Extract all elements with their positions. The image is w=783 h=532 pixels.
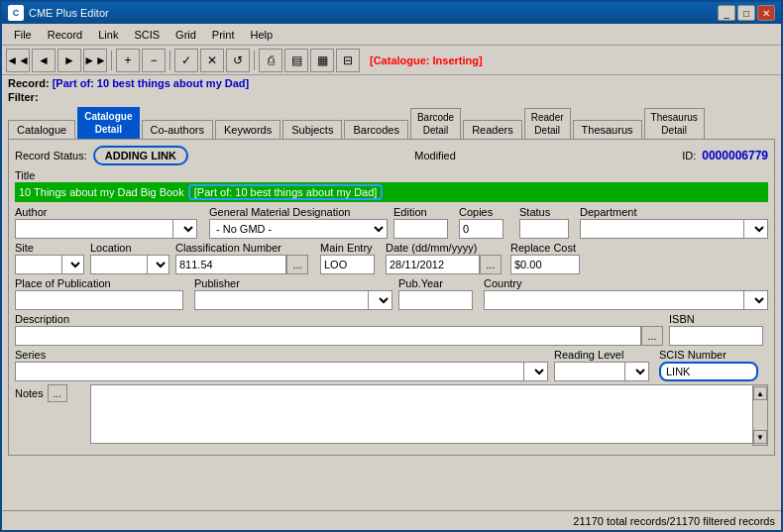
reading-level-select[interactable]	[625, 362, 649, 381]
title-bar: C CME Plus Editor _ □ ✕	[2, 2, 781, 24]
menu-scis[interactable]: SCIS	[126, 27, 168, 43]
menu-help[interactable]: Help	[242, 27, 280, 43]
tab-thesaurus-detail[interactable]: ThesaurusDetail	[644, 108, 705, 139]
date-browse-button[interactable]: ...	[480, 255, 502, 274]
app-icon: C	[8, 5, 24, 21]
menu-file[interactable]: File	[6, 27, 40, 43]
reading-level-label: Reading Level	[554, 349, 653, 361]
scrollbar-down-button[interactable]: ▼	[753, 430, 767, 444]
tab-co-authors[interactable]: Co-authors	[142, 120, 213, 139]
pub-year-input[interactable]	[398, 290, 473, 310]
nav-first-button[interactable]: ◄◄	[6, 49, 30, 72]
notes-browse-button[interactable]: ...	[48, 384, 67, 402]
description-browse-button[interactable]: ...	[641, 326, 663, 346]
tab-keywords[interactable]: Keywords	[215, 120, 280, 139]
pub-year-label: Pub.Year	[398, 277, 478, 289]
date-input[interactable]	[386, 255, 480, 274]
nav-last-button[interactable]: ►►	[83, 49, 107, 72]
toolbar: ◄◄ ◄ ► ►► + − ✓ ✕ ↺ ⎙ ▤ ▦ ⊟ [Catalogue: …	[2, 46, 781, 75]
main-content: Catalogue CatalogueDetail Co-authors Key…	[2, 105, 781, 530]
menu-bar: File Record Link SCIS Grid Print Help	[2, 24, 781, 46]
tab-catalogue-detail[interactable]: CatalogueDetail	[77, 107, 139, 139]
publisher-row: Place of Publication Publisher Pub.Year …	[15, 277, 768, 310]
country-select[interactable]	[744, 290, 768, 310]
menu-link[interactable]: Link	[90, 27, 126, 43]
country-label: Country	[484, 277, 768, 289]
cancel-button[interactable]: ✕	[200, 49, 224, 72]
notes-textarea[interactable]	[90, 384, 768, 444]
series-input[interactable]	[15, 362, 524, 381]
edition-input[interactable]	[393, 219, 448, 239]
menu-print[interactable]: Print	[204, 27, 243, 43]
total-records: 21170 total records	[573, 515, 666, 527]
tab-thesaurus[interactable]: Thesaurus	[573, 120, 642, 139]
series-select[interactable]	[524, 362, 548, 381]
menu-grid[interactable]: Grid	[168, 27, 204, 43]
close-button[interactable]: ✕	[757, 5, 775, 21]
status-input[interactable]	[519, 219, 569, 239]
classification-number-input[interactable]	[175, 255, 286, 274]
zoom-button[interactable]: ⊟	[336, 49, 360, 72]
gmd-label: General Material Designation	[209, 206, 388, 218]
replace-cost-input[interactable]	[510, 255, 580, 274]
main-entry-input[interactable]	[320, 255, 375, 274]
nav-prev-button[interactable]: ◄	[32, 49, 56, 72]
classification-browse-button[interactable]: ...	[286, 255, 308, 274]
location-label: Location	[90, 242, 169, 254]
grid-button[interactable]: ▦	[310, 49, 334, 72]
tab-readers[interactable]: Readers	[463, 120, 522, 139]
isbn-label: ISBN	[669, 313, 768, 325]
author-input[interactable]	[15, 219, 173, 239]
scrollbar-up-button[interactable]: ▲	[753, 386, 767, 400]
description-row: Description ... ISBN	[15, 313, 768, 346]
description-input[interactable]	[15, 326, 641, 346]
tab-barcodes[interactable]: Barcodes	[344, 120, 407, 139]
toolbar-separator-2	[169, 51, 170, 70]
filter-bar: Filter:	[2, 91, 781, 105]
author-select[interactable]	[173, 219, 197, 239]
publisher-label: Publisher	[194, 277, 392, 289]
record-status-row: Record Status: ADDING LINK Modified ID: …	[15, 146, 768, 165]
place-of-publication-input[interactable]	[15, 290, 183, 310]
location-select[interactable]	[148, 255, 169, 274]
publisher-select[interactable]	[369, 290, 392, 310]
country-input[interactable]	[484, 290, 744, 310]
edition-label: Edition	[393, 206, 453, 218]
reading-level-input[interactable]	[554, 362, 625, 381]
site-input[interactable]	[15, 255, 62, 274]
window-title: CME Plus Editor	[29, 7, 109, 19]
list-button[interactable]: ▤	[284, 49, 308, 72]
gmd-select[interactable]: - No GMD -	[209, 219, 388, 239]
minimize-button[interactable]: _	[718, 5, 735, 21]
tab-catalogue[interactable]: Catalogue	[8, 120, 75, 139]
department-input[interactable]	[580, 219, 744, 239]
tab-barcode-detail[interactable]: BarcodeDetail	[410, 108, 461, 139]
confirm-button[interactable]: ✓	[174, 49, 198, 72]
tab-reader-detail[interactable]: ReaderDetail	[524, 108, 571, 139]
maximize-button[interactable]: □	[737, 5, 755, 21]
adding-link-button[interactable]: ADDING LINK	[93, 146, 188, 165]
site-row: Site Location Classification Number	[15, 242, 768, 274]
print-button[interactable]: ⎙	[259, 49, 282, 72]
description-label: Description	[15, 313, 663, 325]
author-label: Author	[15, 206, 203, 218]
isbn-input[interactable]	[669, 326, 763, 346]
status-label: Status	[519, 206, 574, 218]
copies-input[interactable]	[459, 219, 503, 239]
tab-panel: Record Status: ADDING LINK Modified ID: …	[8, 139, 775, 456]
publisher-input[interactable]	[194, 290, 369, 310]
refresh-button[interactable]: ↺	[226, 49, 250, 72]
site-select[interactable]	[62, 255, 84, 274]
modified-label: Modified	[414, 150, 456, 161]
series-label: Series	[15, 349, 548, 361]
department-select[interactable]	[744, 219, 768, 239]
menu-record[interactable]: Record	[40, 27, 90, 43]
tab-subjects[interactable]: Subjects	[282, 120, 342, 139]
delete-button[interactable]: −	[142, 49, 166, 72]
location-input[interactable]	[90, 255, 148, 274]
record-value: [Part of: 10 best things about my Dad]	[53, 77, 250, 89]
status-bar: 21170 total records / 21170 filtered rec…	[2, 510, 781, 530]
nav-next-button[interactable]: ►	[57, 49, 81, 72]
add-button[interactable]: +	[116, 49, 140, 72]
scis-number-input[interactable]	[659, 362, 758, 381]
